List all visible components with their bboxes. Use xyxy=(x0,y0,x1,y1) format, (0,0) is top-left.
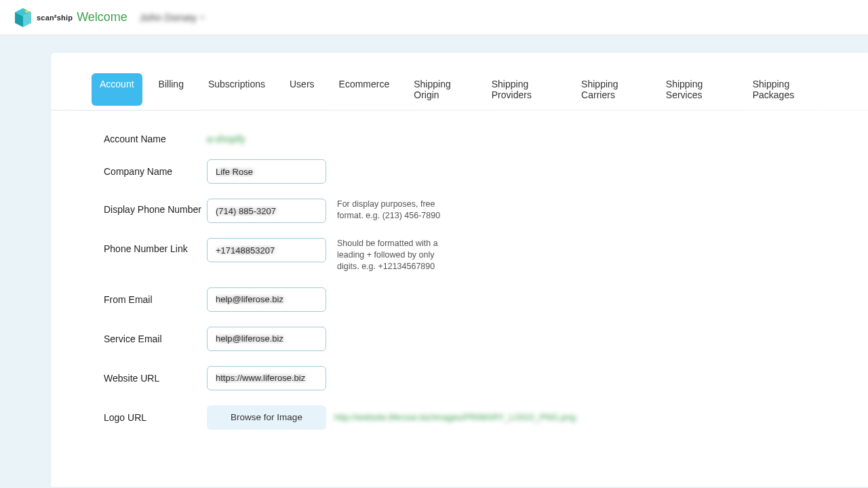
row-from-email: From Email xyxy=(104,287,827,312)
tab-shipping-providers[interactable]: Shipping Providers xyxy=(484,73,565,106)
brand-text: scan²ship xyxy=(37,14,73,22)
input-service-email[interactable] xyxy=(207,327,326,351)
username: John Dorsey xyxy=(140,12,197,23)
app-header: scan²ship Welcome John Dorsey ▾ xyxy=(0,0,868,35)
welcome-text: Welcome xyxy=(77,10,127,24)
tab-shipping-carriers[interactable]: Shipping Carriers xyxy=(573,73,650,106)
account-form: Account Name a-shopify Company Name Disp… xyxy=(92,127,827,430)
tab-account[interactable]: Account xyxy=(92,73,142,106)
brand: scan²ship xyxy=(14,7,73,28)
row-display-phone: Display Phone Number For display purpose… xyxy=(104,199,827,223)
row-phone-link: Phone Number Link Should be formatted wi… xyxy=(104,238,827,272)
row-account-name: Account Name a-shopify xyxy=(104,134,827,144)
user-menu[interactable]: John Dorsey ▾ xyxy=(140,12,204,23)
label-display-phone: Display Phone Number xyxy=(104,199,207,215)
hint-phone-link: Should be formatted with a leading + fol… xyxy=(337,238,446,272)
divider xyxy=(51,110,868,110)
tab-users[interactable]: Users xyxy=(281,73,323,106)
settings-card: AccountBillingSubscriptionsUsersEcommerc… xyxy=(51,53,868,487)
tab-billing[interactable]: Billing xyxy=(151,73,192,106)
input-display-phone[interactable] xyxy=(207,199,326,223)
label-logo-url: Logo URL xyxy=(104,412,207,423)
label-service-email: Service Email xyxy=(104,333,207,344)
label-website-url: Website URL xyxy=(104,373,207,384)
input-phone-link[interactable] xyxy=(207,238,326,262)
tab-shipping-services[interactable]: Shipping Services xyxy=(658,73,736,106)
row-logo-url: Logo URL Browse for Image http://website… xyxy=(104,405,827,430)
row-service-email: Service Email xyxy=(104,327,827,351)
label-from-email: From Email xyxy=(104,294,207,305)
label-phone-link: Phone Number Link xyxy=(104,238,207,254)
tabs-bar: AccountBillingSubscriptionsUsersEcommerc… xyxy=(92,73,827,106)
input-company-name[interactable] xyxy=(207,159,326,184)
tab-subscriptions[interactable]: Subscriptions xyxy=(200,73,273,106)
page-body: AccountBillingSubscriptionsUsersEcommerc… xyxy=(0,35,868,487)
label-account-name: Account Name xyxy=(104,134,207,144)
hint-display-phone: For display purposes, free format. e.g. … xyxy=(337,199,446,222)
label-company-name: Company Name xyxy=(104,166,207,177)
tab-ecommerce[interactable]: Ecommerce xyxy=(331,73,398,106)
tab-shipping-origin[interactable]: Shipping Origin xyxy=(406,73,475,106)
input-website-url[interactable] xyxy=(207,366,326,390)
input-from-email[interactable] xyxy=(207,287,326,312)
row-company-name: Company Name xyxy=(104,159,827,184)
brand-cube-icon xyxy=(14,7,33,28)
value-account-name: a-shopify xyxy=(207,134,245,144)
value-logo-url: http://website.liferose.biz/images/PRIMA… xyxy=(334,412,576,422)
row-website-url: Website URL xyxy=(104,366,827,390)
browse-image-button[interactable]: Browse for Image xyxy=(207,405,326,430)
chevron-down-icon: ▾ xyxy=(201,14,204,21)
tab-shipping-packages[interactable]: Shipping Packages xyxy=(745,73,827,106)
